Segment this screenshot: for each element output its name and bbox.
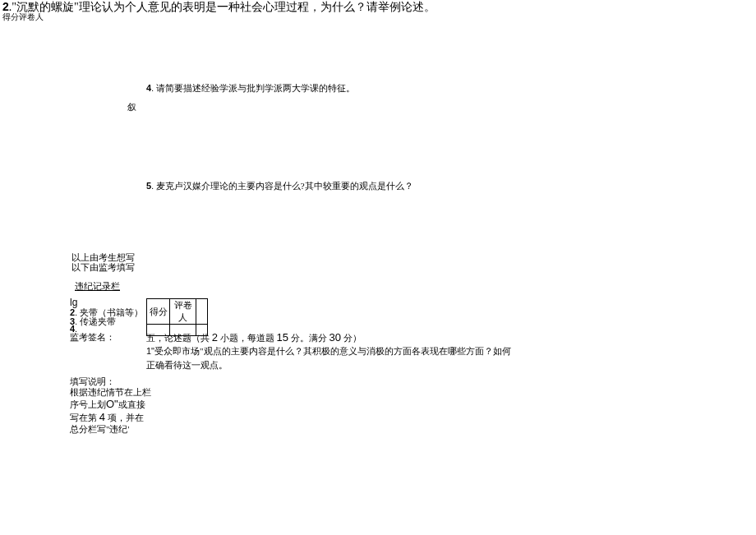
essay-q1-line2: 正确看待这一观点。 xyxy=(146,360,228,370)
question-2-text: "沉默的螺旋"理论认为个人意见的表明是一种社会心理过程，为什么？请举例论述。 xyxy=(12,1,435,13)
section-5-mid1: 小题，每道题 xyxy=(218,333,277,343)
score-empty-header xyxy=(196,299,208,325)
supervisor-signature-label: 监考签名： xyxy=(70,331,115,344)
score-grader-label: 得分评卷人 xyxy=(2,12,44,23)
section-5-n2: 15 xyxy=(276,331,288,344)
violation-record-header: 违纪记录栏 xyxy=(75,280,120,293)
section-5-header: 五，论述题（共 2 小题，每道题 15 分。满分 30 分） xyxy=(146,331,362,344)
fill-l2-four: 4 xyxy=(99,411,105,423)
stray-char: 叙 xyxy=(127,101,136,113)
fill-l2-o: O" xyxy=(106,398,118,410)
section-5-suffix: 分） xyxy=(341,333,362,343)
question-4: 4. 请简要描述经验学派与批判学派两大学课的特征。 xyxy=(146,82,355,95)
question-5-text: . 麦克卢汉媒介理论的主要内容是什么?其中较重要的观点是什么？ xyxy=(151,181,413,191)
score-header: 得分 xyxy=(147,299,170,325)
invigilator-section-label: 以下由监考填写 xyxy=(71,261,135,274)
fill-instructions: 填写说明： 根据违纪情节在上栏序号上划O"或直接写在第 4 项，并在总分栏写"违… xyxy=(70,376,152,435)
section-5-n3: 30 xyxy=(329,331,340,344)
grader-header: 评卷人 xyxy=(170,299,196,325)
fill-l1: 填写说明： xyxy=(70,376,115,386)
question-5: 5. 麦克卢汉媒介理论的主要内容是什么?其中较重要的观点是什么？ xyxy=(146,180,413,192)
essay-q1-mark: 1" xyxy=(146,346,154,356)
essay-question-1: 1"受众即市场"观点的主要内容是什么？其积极的意义与消极的方面各表现在哪些方面？… xyxy=(146,344,511,371)
section-5-prefix: 五，论述题（共 xyxy=(146,333,212,343)
question-2: 2."沉默的螺旋"理论认为个人意见的表明是一种社会心理过程，为什么？请举例论述。 xyxy=(2,0,436,15)
violation-item-3-text: . 传递夹带 xyxy=(75,316,116,326)
section-5-mid2: 分。满分 xyxy=(288,333,330,343)
section-5-n1: 2 xyxy=(212,331,218,344)
essay-q1-line1: 受众即市场"观点的主要内容是什么？其积极的意义与消极的方面各表现在哪些方面？如何 xyxy=(154,346,511,356)
question-4-text: . 请简要描述经验学派与批判学派两大学课的特征。 xyxy=(151,83,355,93)
